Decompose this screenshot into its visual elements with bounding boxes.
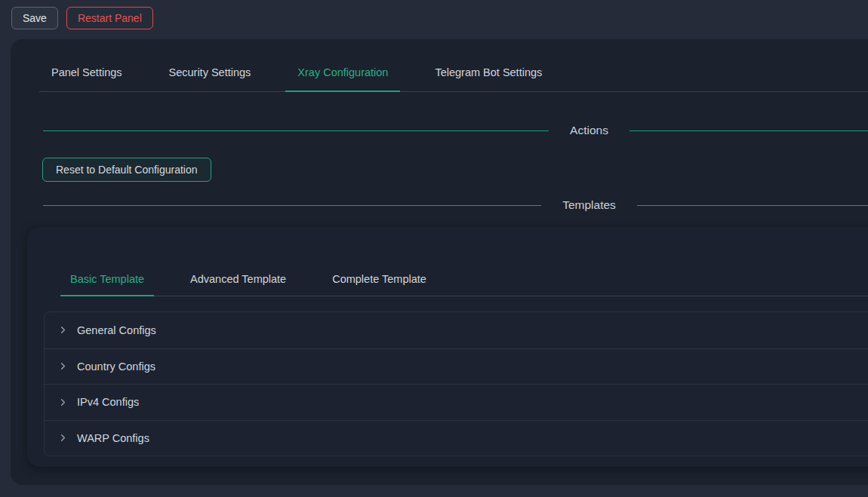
actions-section-title: Actions	[570, 122, 608, 139]
accordion-header-ipv4-configs[interactable]: IPv4 Configs	[45, 384, 868, 420]
top-toolbar: Save Restart Panel	[0, 0, 868, 36]
settings-card: Panel Settings Security Settings Xray Co…	[11, 39, 868, 485]
tab-advanced-template[interactable]: Advanced Template	[180, 272, 296, 296]
accordion-header-warp-configs[interactable]: WARP Configs	[45, 420, 868, 456]
accordion-header-country-configs[interactable]: Country Configs	[45, 348, 868, 385]
divider-line-left	[43, 205, 541, 206]
actions-section-divider: Actions	[43, 122, 868, 139]
tab-telegram-bot-settings[interactable]: Telegram Bot Settings	[423, 65, 554, 92]
save-button[interactable]: Save	[11, 7, 58, 29]
tab-xray-configuration[interactable]: Xray Configuration	[285, 65, 400, 92]
chevron-right-icon	[57, 324, 69, 336]
tab-security-settings[interactable]: Security Settings	[157, 65, 263, 92]
chevron-right-icon	[57, 432, 69, 443]
settings-tab-list: Panel Settings Security Settings Xray Co…	[39, 39, 868, 92]
templates-card: Basic Template Advanced Template Complet…	[27, 227, 868, 467]
accordion-label: WARP Configs	[77, 432, 149, 444]
chevron-right-icon	[57, 397, 69, 408]
tab-complete-template[interactable]: Complete Template	[322, 272, 436, 296]
templates-section-title: Templates	[562, 197, 616, 213]
template-tab-list: Basic Template Advanced Template Complet…	[60, 227, 868, 296]
divider-line-right	[637, 205, 868, 206]
tab-basic-template[interactable]: Basic Template	[60, 272, 154, 296]
accordion-label: General Configs	[77, 324, 156, 336]
accordion-header-general-configs[interactable]: General Configs	[45, 312, 868, 348]
accordion-label: IPv4 Configs	[77, 396, 139, 408]
configs-accordion: General Configs Country Configs IPv4 Con…	[44, 311, 868, 456]
divider-line-right	[629, 130, 868, 131]
templates-section-divider: Templates	[43, 197, 868, 213]
accordion-label: Country Configs	[77, 360, 155, 373]
restart-panel-button[interactable]: Restart Panel	[66, 7, 153, 29]
tab-panel-settings[interactable]: Panel Settings	[39, 65, 134, 92]
reset-to-default-configuration-button[interactable]: Reset to Default Configuration	[42, 158, 211, 182]
divider-line-left	[43, 130, 549, 131]
chevron-right-icon	[57, 360, 69, 372]
